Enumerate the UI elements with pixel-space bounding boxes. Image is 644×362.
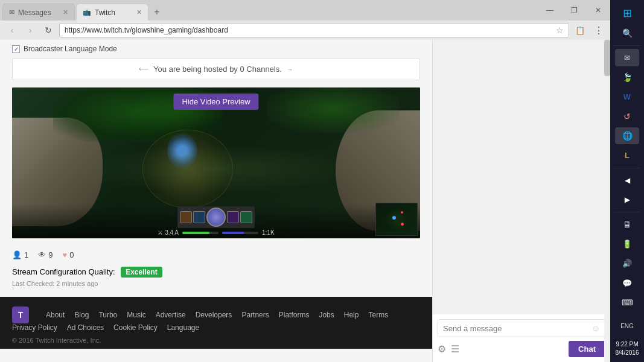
heart-icon: ♥ (62, 250, 67, 259)
taskbar-language[interactable]: ENG (619, 314, 635, 338)
menu-icon[interactable]: ⋮ (591, 23, 605, 37)
chat-sidebar: ☺ ⚙ ☰ Chat (432, 40, 610, 362)
hosted-channels-text: You are being hosted by 0 Channels. (153, 65, 282, 74)
footer-copyright: © 2016 Twitch Interactive, Inc. (12, 337, 420, 344)
taskbar-evernote-icon[interactable]: 🍃 (615, 69, 639, 86)
taskbar-chat-icon[interactable]: 💬 (615, 275, 639, 291)
footer-link-platforms[interactable]: Platforms (279, 311, 310, 319)
footer-link-jobs[interactable]: Jobs (319, 311, 334, 319)
hosted-arrow-right: → (287, 66, 293, 73)
back-button[interactable]: ‹ (5, 23, 19, 37)
taskbar-back-icon[interactable]: ◀ (615, 172, 639, 189)
footer-link-help[interactable]: Help (344, 311, 359, 319)
footer-links: T About Blog Turbo Music Advertise Devel… (12, 306, 420, 332)
taskbar-volume-icon[interactable]: 🔊 (615, 255, 639, 272)
messages-tab-close[interactable]: ✕ (63, 8, 68, 16)
minimize-button[interactable]: — (538, 0, 562, 21)
taskbar-start-icon[interactable]: ⊞ (615, 5, 639, 22)
viewer-icon: 👤 (12, 250, 22, 259)
mini-map (375, 203, 418, 236)
hosted-arrow-left: ⟵ (139, 65, 148, 73)
stream-stats-row: 👤 1 👁 9 ♥ 0 (12, 246, 420, 264)
bookmarks-icon[interactable]: 📋 (573, 23, 587, 37)
taskbar-league-icon[interactable]: L (615, 147, 639, 164)
stream-quality-label: Stream Configuration Quality: (12, 267, 115, 276)
footer-link-ad-choices[interactable]: Ad Choices (67, 323, 104, 332)
twitch-logo: T (12, 306, 29, 323)
chat-input-area: ☺ ⚙ ☰ Chat (433, 314, 610, 362)
broadcaster-language-label: Broadcaster Language Mode (24, 45, 117, 53)
footer-link-privacy[interactable]: Privacy Policy (12, 323, 57, 332)
taskbar-keyboard-icon[interactable]: ⌨ (615, 294, 639, 311)
address-text: https://www.twitch.tv/glowshine_gaming/d… (65, 26, 553, 34)
twitch-tab-label: Twitch (95, 8, 115, 17)
taskbar-chrome-icon[interactable]: 🌐 (615, 127, 639, 144)
viewers-count: 1 (24, 250, 28, 259)
hide-video-preview-button[interactable]: Hide Video Preview (173, 94, 258, 110)
forward-button[interactable]: › (23, 23, 37, 37)
taskbar-battery-icon[interactable]: 🔋 (615, 235, 639, 252)
messages-tab-label: Messages (18, 8, 51, 17)
taskbar-time: 9:22 PM 8/4/2016 (616, 340, 639, 357)
chat-message-input[interactable] (443, 324, 591, 333)
last-checked-text: Last Checked: 2 minutes ago (12, 280, 420, 287)
chat-gear-icon[interactable]: ⚙ (438, 343, 446, 355)
taskbar: ⊞ 🔍 ✉ 🍃 W ↺ 🌐 L ◀ ◀ 🖥 🔋 🔊 💬 ⌨ ENG 9:22 P… (610, 0, 644, 362)
views-stat: 👁 9 (38, 250, 53, 259)
viewers-stat: 👤 1 (12, 250, 28, 259)
stream-quality-badge: Excellent (121, 267, 162, 278)
taskbar-search-icon[interactable]: 🔍 (615, 24, 639, 41)
hearts-stat: ♥ 0 (62, 250, 74, 259)
address-bar[interactable]: https://www.twitch.tv/glowshine_gaming/d… (59, 23, 569, 37)
tab-messages[interactable]: ✉ Messages ✕ (2, 4, 75, 21)
stream-quality-row: Stream Configuration Quality: Excellent (12, 264, 420, 279)
refresh-button[interactable]: ↻ (41, 23, 56, 37)
hearts-count: 0 (69, 250, 74, 259)
scrollbar-track[interactable] (604, 40, 610, 362)
bookmark-icon[interactable]: ☆ (556, 25, 564, 35)
tab-twitch[interactable]: 📺 Twitch ✕ (76, 4, 148, 21)
footer-link-advertise[interactable]: Advertise (156, 311, 186, 319)
taskbar-screen-icon[interactable]: 🖥 (615, 216, 639, 233)
taskbar-forward-icon[interactable]: ◀ (615, 191, 639, 208)
messages-tab-icon: ✉ (9, 8, 14, 16)
footer-link-music[interactable]: Music (127, 311, 145, 319)
taskbar-messages-icon[interactable]: ✉ (615, 49, 639, 66)
chat-emoji-icon[interactable]: ☺ (591, 323, 600, 333)
new-tab-button[interactable]: + (148, 4, 165, 21)
broadcaster-mode-row: Broadcaster Language Mode (12, 40, 420, 58)
views-icon: 👁 (38, 250, 46, 259)
scrollbar-thumb[interactable] (604, 40, 610, 76)
taskbar-flow-icon[interactable]: ↺ (615, 108, 639, 125)
hosted-channels-bar: ⟵ You are being hosted by 0 Channels. → (12, 58, 420, 80)
views-count: 9 (48, 250, 53, 259)
twitch-tab-close[interactable]: ✕ (136, 8, 142, 16)
footer-link-language[interactable]: Language (167, 323, 199, 332)
game-hud: ⚔ 3.4 A 1:1K (12, 204, 420, 238)
maximize-button[interactable]: ❐ (562, 0, 586, 21)
footer-link-cookie[interactable]: Cookie Policy (113, 323, 158, 332)
chat-message-area (433, 40, 610, 314)
chat-action-icons: ⚙ ☰ (438, 343, 459, 355)
footer-link-terms[interactable]: Terms (368, 311, 388, 319)
chat-send-button[interactable]: Chat (569, 341, 605, 357)
chat-actions-row: ⚙ ☰ Chat (438, 341, 605, 357)
chat-list-icon[interactable]: ☰ (451, 343, 459, 355)
footer-link-turbo[interactable]: Turbo (98, 311, 117, 319)
footer-link-partners[interactable]: Partners (241, 311, 269, 319)
broadcaster-language-checkbox[interactable] (12, 45, 20, 53)
footer-link-blog[interactable]: Blog (74, 311, 89, 319)
video-preview-container: ⚔ 3.4 A 1:1K (12, 87, 420, 238)
footer-link-about[interactable]: About (46, 311, 65, 319)
footer-link-developers[interactable]: Developers (196, 311, 232, 319)
twitch-tab-icon: 📺 (83, 8, 91, 16)
video-preview: ⚔ 3.4 A 1:1K (12, 87, 420, 238)
chat-input-box[interactable]: ☺ (438, 319, 605, 337)
close-button[interactable]: ✕ (586, 0, 610, 21)
taskbar-word-icon[interactable]: W (615, 88, 639, 105)
